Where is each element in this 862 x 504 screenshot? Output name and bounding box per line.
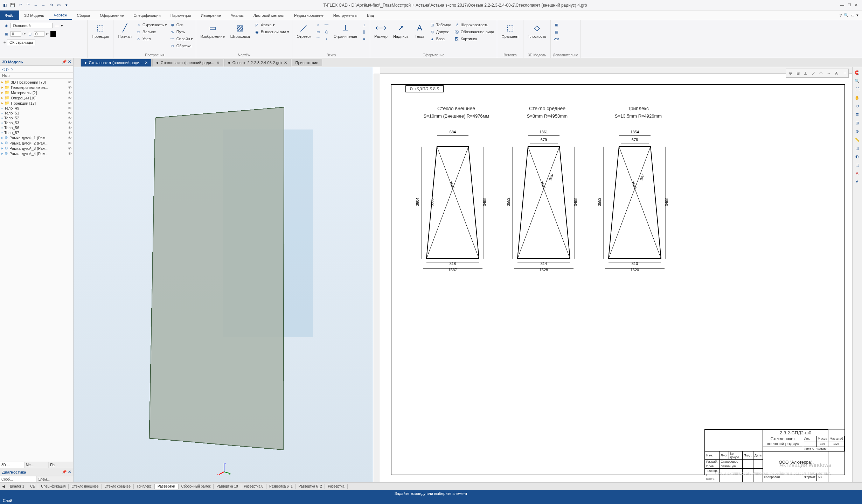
doc-tab-2[interactable]: ●Осевые 2.2-2.3-2.4-08-2.grb✕ (224, 59, 291, 66)
sheet-tab[interactable]: Развертка 8 (241, 484, 267, 489)
sheet-tab[interactable]: Стекло среднее (102, 484, 134, 489)
axes-gizmo[interactable]: zyx (217, 461, 231, 475)
tab-sheetmetal[interactable]: Листовой металл (249, 10, 289, 20)
pin-icon[interactable]: 📌 (62, 59, 67, 64)
sk-arc-button[interactable]: ⌒ (315, 36, 322, 42)
rt-wire-icon[interactable]: ⬚ (853, 161, 861, 169)
sheet-tab[interactable]: Развертка 10 (214, 484, 241, 489)
qat-fwd-icon[interactable]: → (40, 2, 47, 9)
linetype-icon[interactable]: — (54, 23, 60, 28)
datum-button[interactable]: ▲База (429, 36, 452, 42)
visibility-icon[interactable]: 👁 (68, 152, 72, 156)
tree-row[interactable]: ▸ 📁Геометрические эл...👁 (1, 85, 72, 90)
fragment-button[interactable]: ⬚Фрагмент (499, 22, 521, 39)
maximize-button[interactable]: ☐ (848, 3, 851, 7)
ft-more-icon[interactable]: ⋯ (841, 70, 848, 77)
help-icon[interactable]: ? (840, 13, 842, 18)
grid2-icon[interactable]: ⊞ (27, 31, 33, 37)
c2-button[interactable]: ∥ (361, 29, 368, 35)
search-icon[interactable]: 🔍 (844, 13, 849, 18)
axes-button[interactable]: ⊕Оси (169, 22, 194, 28)
color-swatch[interactable] (50, 31, 56, 37)
visibility-icon[interactable]: 👁 (68, 146, 72, 150)
callout-button[interactable]: ◉Выносной вид▾ (253, 29, 290, 35)
sheet-tab[interactable]: Спецификация (38, 484, 69, 489)
sheet-tab[interactable]: Развертка (325, 484, 347, 489)
roughness-button[interactable]: √Шероховатость (453, 22, 495, 28)
diag-pin-icon[interactable]: 📌 (62, 470, 67, 474)
visibility-icon[interactable]: 👁 (68, 101, 72, 105)
line-button[interactable]: ╱ Прямая (116, 22, 134, 39)
tree-row[interactable]: ▸ 📁3D Построения [73]👁 (1, 79, 72, 85)
sk-circle-button[interactable]: ○ (315, 22, 322, 28)
tree-row[interactable]: ▫Тело_52👁 (1, 115, 72, 120)
qat-refresh-icon[interactable]: ⟲ (48, 2, 55, 9)
tree-row[interactable]: ▸ ⚙Рамка дугой_4 (Рам...👁 (1, 151, 72, 156)
cs-combo[interactable]: СК страницы (7, 40, 35, 45)
rt-shade-icon[interactable]: ◐ (853, 153, 861, 160)
ft-snap-icon[interactable]: ⊙ (787, 70, 794, 77)
diag-close-icon[interactable]: ✕ (68, 470, 71, 474)
ellipse-button[interactable]: ⬭Эллипс (135, 29, 168, 35)
table-button[interactable]: ⊞Таблица (429, 22, 452, 28)
minimize-button[interactable]: — (840, 3, 844, 7)
rt-grid-icon[interactable]: ⊞ (853, 119, 861, 127)
close-button[interactable]: ✕ (855, 3, 858, 7)
visibility-icon[interactable]: 👁 (68, 136, 72, 140)
ex2-button[interactable]: ▦ (553, 29, 560, 35)
tab-decoration[interactable]: Оформление (95, 10, 128, 20)
ft-dim-icon[interactable]: ↔ (825, 70, 832, 77)
ft-grid-icon[interactable]: ⊞ (794, 70, 801, 77)
ptab-3d[interactable]: 3D ... (0, 462, 25, 468)
grid-icon[interactable]: ⊞ (4, 31, 9, 37)
qat-redo-icon[interactable]: ↷ (25, 2, 32, 9)
model-tree[interactable]: ▸ 📁3D Построения [73]👁▸ 📁Геометрические … (0, 79, 73, 462)
sheet-tab[interactable]: Триплекс (134, 484, 155, 489)
viewport-3d[interactable]: zyx (74, 67, 373, 482)
sk-point-button[interactable]: • (323, 36, 330, 42)
diag-tab-msg[interactable]: Сооб... (0, 476, 37, 482)
visibility-icon[interactable]: 👁 (68, 111, 72, 115)
tree-back-icon[interactable]: ◁ (2, 67, 5, 71)
visibility-icon[interactable]: 👁 (68, 116, 72, 120)
tab-assembly[interactable]: Сборка (72, 10, 95, 20)
sheet-tab[interactable]: Развертки (155, 484, 179, 489)
visibility-icon[interactable]: 👁 (68, 141, 72, 145)
doc-tab-0[interactable]: ●Стеклопакет (внешний ради...✕ (81, 59, 152, 66)
visibility-icon[interactable]: 👁 (68, 106, 72, 110)
tree-row[interactable]: ▫Тело_49👁 (1, 106, 72, 111)
dimension-button[interactable]: ⟷Размер (372, 22, 390, 39)
sheet-nav-prev[interactable]: ◀ (0, 484, 7, 488)
tab-measure[interactable]: Измерение (196, 10, 226, 20)
rt-fit-icon[interactable]: ⛶ (853, 85, 861, 93)
path-button[interactable]: ∿Путь (169, 29, 194, 35)
coord-y-input[interactable] (34, 31, 44, 37)
sheet-tab[interactable]: Диалог 1 (7, 484, 27, 489)
sheet-tab[interactable]: Стекло внешнее (69, 484, 102, 489)
tree-fwd-icon[interactable]: ▷ (6, 67, 9, 71)
tree-row[interactable]: ▫Тело_56👁 (1, 125, 72, 130)
plane-button[interactable]: ◇Плоскость (526, 22, 548, 39)
sk-rect-button[interactable]: ▭ (315, 29, 322, 35)
tree-row[interactable]: ▫Тело_53👁 (1, 120, 72, 125)
rt-measure-icon[interactable]: 📏 (853, 136, 861, 144)
ex1-button[interactable]: ⊞ (553, 22, 560, 28)
diag-tab-elem[interactable]: Элем... (37, 476, 74, 482)
rt-layers-icon[interactable]: ≣ (853, 111, 861, 118)
projection-button[interactable]: ⬚ Проекция (90, 22, 111, 39)
visibility-icon[interactable]: 👁 (68, 85, 72, 90)
coord-x-input[interactable] (11, 31, 21, 37)
note-button[interactable]: ↗Надпись (391, 22, 411, 39)
sheet-tab[interactable]: Развертка 6_1 (266, 484, 296, 489)
tab-tools[interactable]: Инструменты (328, 10, 362, 20)
ribbon-min-icon[interactable]: ▭ (851, 13, 854, 18)
image-button[interactable]: ▭Изображение (198, 22, 227, 39)
tree-row[interactable]: ▸ ⚙Рамка дугой_2 (Рам...👁 (1, 140, 72, 146)
qat-more-icon[interactable]: ▾ (63, 2, 70, 9)
rt-zoom-icon[interactable]: 🔍 (853, 77, 861, 85)
rt-snap-icon[interactable]: ⊙ (853, 127, 861, 135)
tab-file[interactable]: Файл (0, 10, 19, 20)
rt-pan-icon[interactable]: ✋ (853, 94, 861, 102)
sk-spline-button[interactable]: 〰 (323, 22, 330, 28)
hatch-button[interactable]: ▨Штриховка (228, 22, 252, 39)
